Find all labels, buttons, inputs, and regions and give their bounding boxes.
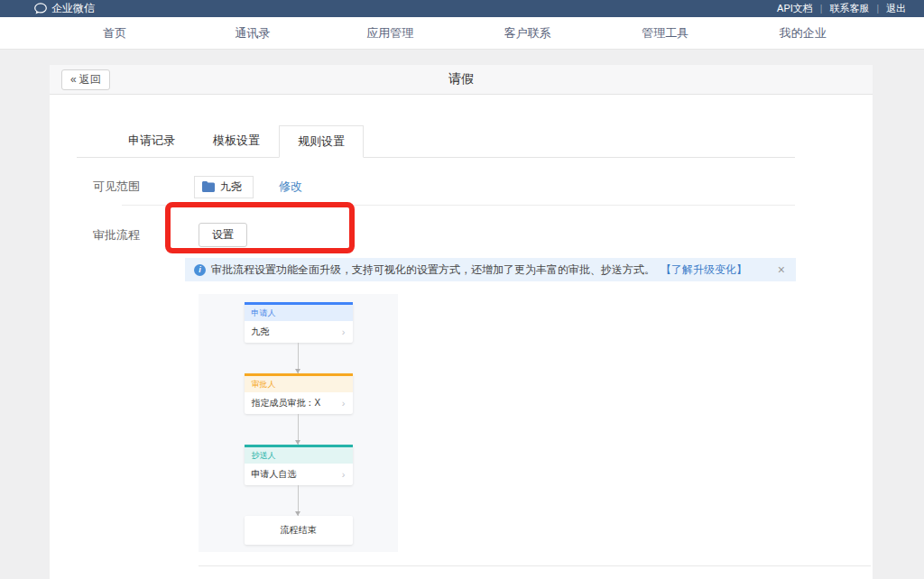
nav-item-admin-tools[interactable]: 管理工具 — [596, 25, 735, 41]
chat-bubble-icon — [34, 3, 47, 14]
scope-tag: 九尧 — [194, 176, 254, 198]
chevron-right-icon: › — [342, 327, 346, 336]
nav-item-contacts[interactable]: 通讯录 — [184, 25, 322, 41]
flow-node-cc-title: 抄送人 — [245, 445, 353, 464]
brand-name: 企业微信 — [51, 1, 95, 16]
visible-range-row: 可见范围 九尧 修改 — [93, 175, 873, 198]
brand-logo[interactable]: 企业微信 — [34, 1, 95, 16]
visible-range-label: 可见范围 — [93, 179, 151, 195]
flow-node-approver-title: 审批人 — [245, 373, 353, 392]
upgrade-banner: i 审批流程设置功能全面升级，支持可视化的设置方式，还增加了更为丰富的审批、抄送… — [185, 258, 796, 281]
topbar: 企业微信 API文档 | 联系客服 | 退出 — [0, 0, 924, 17]
separator: | — [876, 4, 879, 14]
banner-text: 审批流程设置功能全面升级，支持可视化的设置方式，还增加了更为丰富的审批、抄送方式… — [211, 262, 655, 278]
topbar-links: API文档 | 联系客服 | 退出 — [777, 2, 906, 15]
tab-rule-settings[interactable]: 规则设置 — [279, 125, 364, 158]
page-background: « 返回 请假 申请记录 模板设置 规则设置 可见范围 — [0, 50, 924, 579]
learn-upgrade-link[interactable]: 【了解升级变化】 — [661, 262, 747, 278]
flow-node-cc[interactable]: 抄送人 申请人自选 › — [245, 445, 353, 485]
approval-flow-diagram: 申请人 九尧 › 审批人 指定成员审批：X › 抄送人 — [199, 294, 398, 552]
close-icon[interactable]: × — [778, 263, 785, 276]
info-icon: i — [194, 264, 206, 276]
flow-node-cc-value: 申请人自选 — [252, 470, 297, 479]
modify-link[interactable]: 修改 — [279, 179, 302, 195]
api-docs-link[interactable]: API文档 — [777, 2, 813, 15]
approval-flow-row: 审批流程 设置 — [93, 223, 873, 247]
chevron-right-icon: › — [342, 470, 346, 479]
flow-node-applicant-value: 九尧 — [252, 327, 270, 336]
page-title: 请假 — [50, 71, 873, 87]
tab-application-records[interactable]: 申请记录 — [109, 125, 194, 157]
nav-item-customer-contact[interactable]: 客户联系 — [459, 25, 597, 41]
flow-arrow-down — [298, 343, 299, 373]
flow-arrow-down — [298, 485, 299, 516]
flow-node-approver[interactable]: 审批人 指定成员审批：X › — [245, 373, 353, 414]
contact-support-link[interactable]: 联系客服 — [829, 2, 869, 15]
panel-body: 申请记录 模板设置 规则设置 可见范围 九尧 修改 — [50, 125, 873, 566]
section-divider — [122, 205, 795, 206]
scope-tag-label: 九尧 — [220, 179, 242, 195]
folder-icon — [202, 181, 215, 192]
logout-link[interactable]: 退出 — [886, 2, 906, 15]
flow-end-node: 流程结束 — [245, 516, 353, 545]
app-settings-panel: « 返回 请假 申请记录 模板设置 规则设置 可见范围 — [50, 65, 873, 579]
nav-item-home[interactable]: 首页 — [46, 25, 184, 41]
approval-flow-label: 审批流程 — [93, 227, 151, 244]
separator: | — [820, 4, 823, 14]
panel-header: « 返回 请假 — [50, 65, 873, 95]
main-nav: 首页 通讯录 应用管理 客户联系 管理工具 我的企业 — [0, 17, 924, 50]
flow-node-applicant-title: 申请人 — [245, 302, 353, 321]
chevron-right-icon: › — [342, 399, 346, 408]
nav-item-my-company[interactable]: 我的企业 — [735, 25, 873, 41]
flow-node-approver-value: 指定成员审批：X — [252, 399, 321, 408]
tab-strip: 申请记录 模板设置 规则设置 — [77, 125, 795, 158]
flow-node-applicant[interactable]: 申请人 九尧 › — [245, 302, 353, 343]
flow-arrow-down — [298, 414, 299, 445]
setup-button[interactable]: 设置 — [199, 223, 247, 247]
bottom-divider — [199, 565, 871, 566]
nav-item-app-management[interactable]: 应用管理 — [321, 25, 459, 41]
tab-template-settings[interactable]: 模板设置 — [194, 125, 279, 157]
